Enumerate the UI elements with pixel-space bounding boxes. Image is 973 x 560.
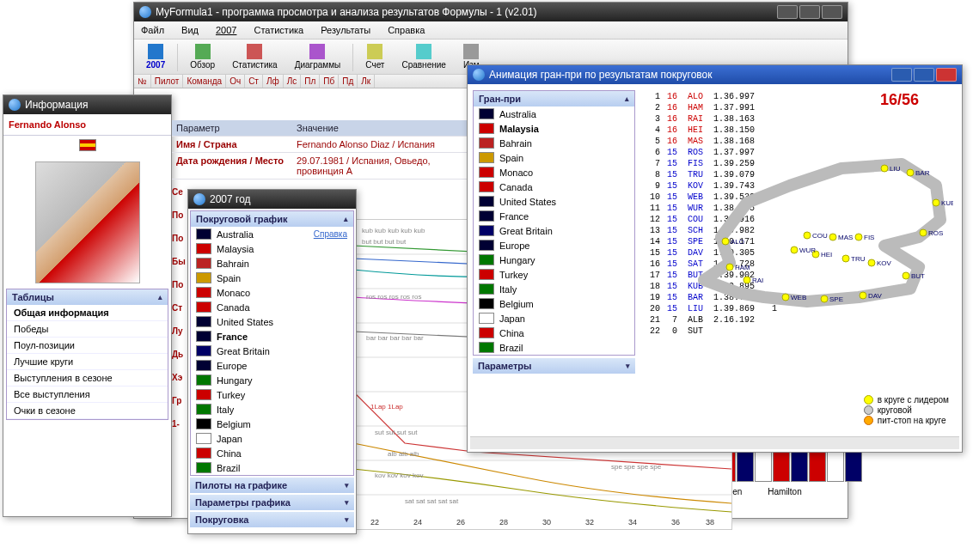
- country-item[interactable]: Great Britain: [474, 223, 634, 238]
- country-item[interactable]: Europe: [474, 238, 634, 253]
- country-item[interactable]: Spain: [191, 271, 353, 285]
- menu-item[interactable]: 2007: [212, 23, 240, 37]
- toolbar-button[interactable]: Обзор: [183, 42, 222, 71]
- column-header[interactable]: Пл: [301, 75, 320, 88]
- table-list-item[interactable]: Все выступления: [7, 387, 168, 403]
- country-item[interactable]: Italy: [474, 282, 634, 296]
- country-item[interactable]: Bahrain: [191, 256, 353, 271]
- flag-icon: [196, 287, 211, 298]
- country-item[interactable]: China: [474, 326, 634, 340]
- table-list-item[interactable]: Поул-позиции: [7, 338, 168, 354]
- toolbar-button[interactable]: Счет: [358, 42, 391, 71]
- svg-text:1Lap 1Lap: 1Lap 1Lap: [370, 403, 403, 411]
- table-list-item[interactable]: Общая информация: [7, 305, 168, 321]
- country-item[interactable]: Italy: [191, 402, 353, 417]
- country-item[interactable]: France: [474, 209, 634, 223]
- car-dot: [860, 292, 866, 299]
- toolbar-button[interactable]: Сравнение: [395, 42, 452, 71]
- menu-item[interactable]: Статистика: [250, 23, 307, 37]
- country-item[interactable]: Monaco: [191, 285, 353, 300]
- params-header[interactable]: Параметры графика▾: [190, 495, 354, 510]
- column-header[interactable]: Ст: [245, 75, 263, 88]
- country-item[interactable]: Hungary: [474, 253, 634, 267]
- table-list-item[interactable]: Победы: [7, 321, 168, 338]
- tables-panel: Таблицы▴ Общая информацияПобедыПоул-пози…: [6, 289, 168, 420]
- pilots-header[interactable]: Пилоты на графике▾: [190, 478, 354, 493]
- minimize-button[interactable]: [777, 5, 798, 19]
- table-list-item[interactable]: Выступления в сезоне: [7, 370, 168, 387]
- country-item[interactable]: China: [191, 446, 353, 460]
- lap-row: 216 HAM1.37.991: [645, 102, 777, 113]
- toolbar-button[interactable]: 2007: [139, 42, 172, 71]
- column-header[interactable]: Пд: [339, 75, 358, 88]
- chevron-down-icon: ▾: [345, 515, 349, 524]
- car-label: WUR: [799, 247, 816, 254]
- maximize-button[interactable]: [799, 5, 820, 19]
- menu-item[interactable]: Файл: [138, 23, 168, 37]
- country-item[interactable]: Brazil: [191, 460, 353, 475]
- column-header[interactable]: Оч: [226, 75, 245, 88]
- car-dot: [920, 229, 927, 236]
- toolbar-button[interactable]: Статистика: [225, 42, 285, 71]
- country-item[interactable]: Brazil: [474, 340, 634, 355]
- info-table-header: Параметр Значение: [172, 120, 473, 137]
- main-titlebar[interactable]: MyFormula1 - программа просмотра и анали…: [134, 3, 848, 21]
- tables-header[interactable]: Таблицы▴: [7, 289, 168, 305]
- country-item[interactable]: United States: [191, 314, 353, 329]
- gp-panel: Гран-при▴ AustraliaMalaysiaBahrainSpainM…: [473, 90, 635, 356]
- laps-header[interactable]: Покруговка▾: [190, 512, 354, 527]
- toolbar-icon: [463, 44, 479, 59]
- table-list-item[interactable]: Лучшие круги: [7, 354, 168, 370]
- country-item[interactable]: Canada: [474, 180, 634, 194]
- column-header[interactable]: Лф: [263, 75, 284, 88]
- info-titlebar[interactable]: Информация: [3, 95, 171, 114]
- anim-titlebar[interactable]: Анимация гран-при по результатам покруго…: [468, 65, 962, 84]
- country-item[interactable]: Hungary: [191, 373, 353, 387]
- gp-header[interactable]: Гран-при▴: [474, 91, 634, 107]
- svg-text:spe spe spe spe: spe spe spe spe: [611, 463, 662, 471]
- country-item[interactable]: Japan: [191, 431, 353, 446]
- country-item[interactable]: Turkey: [474, 267, 634, 282]
- country-item[interactable]: Spain: [474, 150, 634, 165]
- country-item[interactable]: Malaysia: [191, 241, 353, 256]
- table-list-item[interactable]: Очки в сезоне: [7, 403, 168, 419]
- menu-item[interactable]: Результаты: [317, 23, 374, 37]
- anim-params-header[interactable]: Параметры▾: [473, 358, 635, 374]
- flag-icon: [196, 301, 211, 313]
- maximize-button[interactable]: [914, 68, 934, 82]
- car-label: BAR: [915, 169, 930, 177]
- country-item[interactable]: Bahrain: [474, 136, 634, 150]
- close-button[interactable]: [822, 5, 842, 19]
- country-item[interactable]: Europe: [191, 358, 353, 373]
- column-header[interactable]: Команда: [183, 75, 226, 88]
- column-header[interactable]: Лс: [284, 75, 302, 88]
- country-item[interactable]: Australia: [474, 107, 634, 121]
- minimize-button[interactable]: [891, 68, 912, 82]
- flag-icon: [479, 254, 494, 265]
- country-item[interactable]: Japan: [474, 311, 634, 326]
- column-header[interactable]: Лк: [358, 75, 375, 88]
- column-header[interactable]: Пб: [320, 75, 339, 88]
- country-item[interactable]: Malaysia: [474, 121, 634, 136]
- country-item[interactable]: France: [191, 329, 353, 344]
- close-button[interactable]: [936, 68, 957, 82]
- country-item[interactable]: United States: [474, 194, 634, 209]
- menu-item[interactable]: Справка: [384, 23, 428, 37]
- svg-text:bar bar bar bar bar: bar bar bar bar bar: [366, 334, 424, 342]
- year-titlebar[interactable]: 2007 год: [188, 190, 356, 209]
- toolbar-button[interactable]: Диаграммы: [288, 42, 348, 71]
- country-item[interactable]: Belgium: [191, 417, 353, 431]
- country-item[interactable]: Great Britain: [191, 344, 353, 358]
- countries-header[interactable]: Покруговой график▴: [191, 211, 353, 227]
- menu-item[interactable]: Вид: [178, 23, 202, 37]
- help-link[interactable]: Справка: [314, 229, 347, 239]
- country-item[interactable]: Turkey: [191, 387, 353, 402]
- country-item[interactable]: Monaco: [474, 165, 634, 180]
- legend-dot-icon: [864, 416, 873, 425]
- car-dot: [881, 165, 888, 172]
- country-item[interactable]: Canada: [191, 300, 353, 314]
- lap-row: 316 RAI1.38.163: [645, 113, 777, 125]
- column-header[interactable]: Пилот: [151, 75, 184, 88]
- column-header[interactable]: №: [134, 75, 151, 88]
- country-item[interactable]: Belgium: [474, 296, 634, 311]
